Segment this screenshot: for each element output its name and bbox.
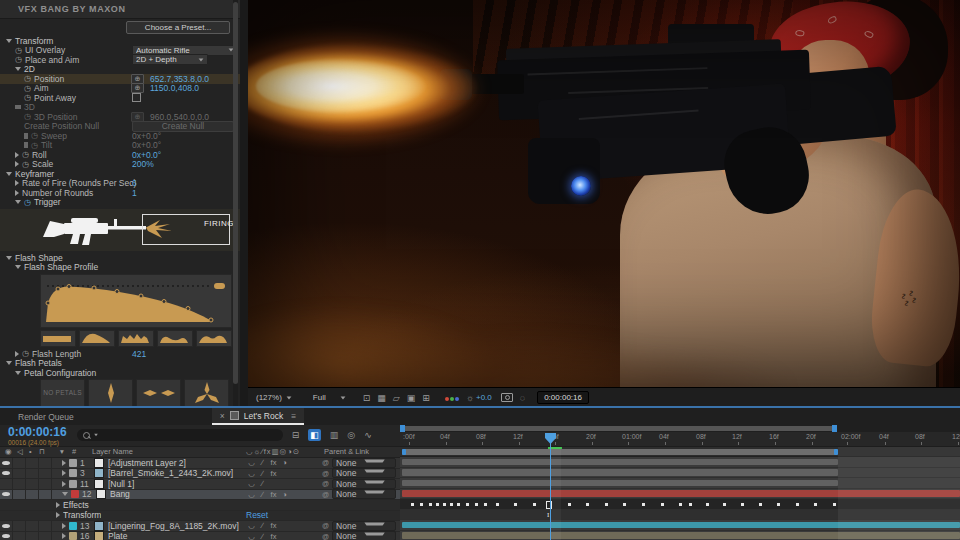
pickwhip-icon[interactable]: @ <box>322 459 329 466</box>
pixel-aspect-icon[interactable]: ⊞ <box>422 393 430 403</box>
chevron-right-icon[interactable] <box>62 481 66 487</box>
track-null-1[interactable] <box>400 478 960 489</box>
reset-link[interactable]: Reset <box>246 510 268 520</box>
layer-child-row-effects[interactable]: Effects <box>0 500 400 511</box>
transparency-grid-icon[interactable]: ▦ <box>377 393 386 403</box>
keyframe-icon[interactable] <box>457 503 460 506</box>
stopwatch-icon[interactable]: ◷ <box>24 84 31 93</box>
lock-column-icon[interactable]: ⊓ <box>39 447 45 457</box>
label-color-chip[interactable] <box>69 480 77 488</box>
switch-adjustment[interactable] <box>279 469 290 478</box>
property-value[interactable]: 200% <box>132 159 154 169</box>
switch-quality[interactable]: ∕ <box>257 469 268 478</box>
video-toggle[interactable] <box>0 458 13 468</box>
work-area-row[interactable] <box>400 447 960 457</box>
chevron-down-icon[interactable] <box>6 172 12 176</box>
property-value[interactable]: 0x+0.0° <box>132 140 161 150</box>
switch-quality[interactable]: ∕ <box>257 458 268 467</box>
layer-duration-bar[interactable] <box>402 480 838 487</box>
chevron-right-icon[interactable] <box>15 152 19 158</box>
lock-toggle[interactable] <box>39 532 52 540</box>
stopwatch-icon[interactable]: ◷ <box>31 141 38 150</box>
keyframe-icon[interactable] <box>586 503 589 506</box>
parent-dropdown[interactable]: None <box>332 458 396 468</box>
switch-quality[interactable]: ∕ <box>257 479 268 488</box>
keyframe-icon[interactable] <box>514 503 517 506</box>
solo-toggle[interactable] <box>26 469 39 479</box>
solo-toggle[interactable] <box>26 479 39 489</box>
graph-editor-icon[interactable]: ∿ <box>364 429 372 441</box>
stopwatch-icon[interactable]: ◷ <box>22 349 29 358</box>
switch-fx[interactable] <box>268 479 279 488</box>
chevron-down-icon[interactable] <box>62 492 68 496</box>
parent-dropdown[interactable]: None <box>332 468 396 478</box>
tab-comp-lets-rock[interactable]: × Let's Rock ≡ <box>212 408 304 425</box>
solo-toggle[interactable] <box>26 490 39 500</box>
time-navigator-bar[interactable] <box>401 426 835 431</box>
track-bang[interactable] <box>400 489 960 500</box>
chevron-right-icon[interactable] <box>24 142 28 148</box>
close-icon[interactable]: × <box>220 411 225 421</box>
chevron-right-icon[interactable] <box>56 502 60 508</box>
work-area-end-handle[interactable] <box>834 449 838 455</box>
lock-toggle[interactable] <box>39 521 52 531</box>
work-area-start-handle[interactable] <box>402 449 406 455</box>
track-adjustment-layer-2[interactable] <box>400 457 960 468</box>
time-ruler[interactable]: :00f04f08f12f16f20f01:00f04f08f12f16f20f… <box>400 432 960 447</box>
composition-mini-flowchart-icon[interactable]: ⊟ <box>292 429 300 441</box>
composition-canvas[interactable]: ∿∿∿∿ <box>248 0 960 387</box>
keyframe-icon[interactable] <box>833 503 836 506</box>
label-color-chip[interactable] <box>69 459 77 467</box>
chevron-right-icon[interactable] <box>62 460 66 466</box>
switch-fx[interactable]: fx <box>268 469 279 478</box>
layer-row-bang[interactable]: 12Bang◡∕fx◑@None <box>0 490 400 501</box>
keyframe-icon[interactable] <box>443 503 446 506</box>
track-effects[interactable] <box>400 499 960 510</box>
label-color-chip[interactable] <box>69 469 77 477</box>
layer-child-row-transform[interactable]: TransformReset <box>0 511 400 522</box>
navigator-start-handle[interactable] <box>400 425 405 432</box>
keyframe-icon[interactable] <box>429 503 432 506</box>
chevron-right-icon[interactable] <box>15 190 19 196</box>
frame-blending-icon[interactable]: ▥ <box>330 429 339 441</box>
group-keyframer[interactable]: Keyframer <box>0 169 240 179</box>
video-toggle[interactable] <box>0 532 13 540</box>
region-of-interest-icon[interactable]: ▣ <box>407 393 416 403</box>
plugin-scrollbar[interactable] <box>233 0 238 406</box>
parent-dropdown[interactable]: None <box>332 521 396 531</box>
chevron-down-icon[interactable] <box>6 361 12 365</box>
property-number-of-rounds[interactable]: Number of Rounds1 <box>0 188 240 198</box>
audio-toggle[interactable] <box>13 521 26 531</box>
keyframe-icon[interactable] <box>496 503 499 506</box>
switch-adjustment[interactable] <box>279 521 290 530</box>
chevron-down-icon[interactable] <box>6 256 12 260</box>
show-snapshot-icon[interactable]: ◌ <box>520 393 525 403</box>
solo-toggle[interactable] <box>26 521 39 531</box>
switch-shy[interactable]: ◡ <box>246 469 257 478</box>
property-rate-of-fire-rounds-per-sec[interactable]: Rate of Fire (Rounds Per Sec)6 <box>0 179 240 189</box>
profile-preset-jagged[interactable] <box>118 330 154 347</box>
chevron-down-icon[interactable] <box>15 105 21 109</box>
tab-render-queue[interactable]: Render Queue <box>0 412 84 422</box>
switch-shy[interactable]: ◡ <box>246 490 257 499</box>
keyframe-icon[interactable] <box>723 503 726 506</box>
keyframe-icon[interactable] <box>759 503 762 506</box>
chevron-right-icon[interactable] <box>24 133 28 139</box>
snapshot-camera-icon[interactable] <box>501 393 513 402</box>
chevron-right-icon[interactable] <box>62 533 66 539</box>
property-sweep[interactable]: ◷Sweep0x+0.0° <box>0 131 240 141</box>
property-point-away[interactable]: ◷Point Away <box>0 93 240 103</box>
plugin-scrollbar-thumb[interactable] <box>233 2 238 384</box>
parent-dropdown[interactable]: None <box>332 489 396 499</box>
audio-column-icon[interactable]: ◁ <box>17 447 23 457</box>
property-position[interactable]: ◷Position⊕652.7,353.8,0.0 <box>0 74 240 84</box>
property-roll[interactable]: ◷Roll0x+0.0° <box>0 150 240 160</box>
keyframe-icon[interactable] <box>814 503 817 506</box>
keyframe-icon[interactable] <box>741 503 744 506</box>
petal-preset-none[interactable]: NO PETALS <box>40 379 85 407</box>
group-flash-shape[interactable]: Flash Shape <box>0 253 240 263</box>
chevron-right-icon[interactable] <box>62 470 66 476</box>
group-flash-petals[interactable]: Flash Petals <box>0 359 240 369</box>
video-toggle[interactable] <box>0 490 13 500</box>
switch-quality[interactable]: ∕ <box>257 521 268 530</box>
